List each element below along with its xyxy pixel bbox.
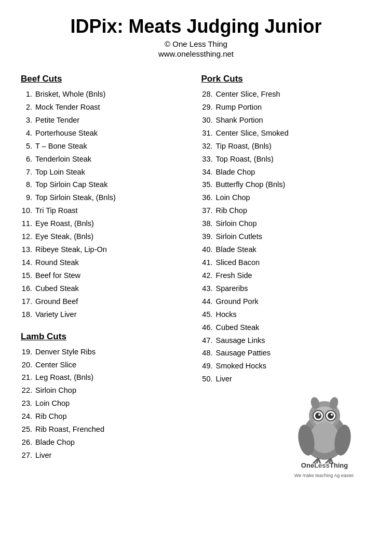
item-text: Denver Style Ribs	[35, 346, 191, 359]
item-number: 19.	[21, 346, 35, 359]
item-number: 9.	[21, 192, 35, 204]
list-item: 39.Sirloin Cutlets	[201, 231, 372, 243]
item-number: 17.	[21, 296, 35, 308]
item-text: Eye Steak, (Bnls)	[35, 231, 191, 243]
list-item: 35.Butterfly Chop (Bnls)	[201, 179, 372, 191]
item-number: 2.	[21, 101, 35, 114]
page-title: IDPix: Meats Judging Junior	[21, 16, 371, 37]
item-text: Mock Tender Roast	[35, 101, 191, 114]
item-number: 48.	[201, 347, 216, 360]
item-number: 15.	[21, 270, 35, 282]
item-text: Blade Chop	[216, 166, 372, 179]
item-number: 29.	[201, 101, 216, 114]
list-item: 18.Variety Liver	[21, 309, 191, 321]
list-item: 34.Blade Chop	[201, 166, 372, 179]
item-text: Tip Roast, (Bnls)	[216, 140, 372, 153]
item-number: 13.	[21, 244, 35, 256]
list-item: 16.Cubed Steak	[21, 283, 191, 295]
item-text: Liver	[35, 449, 191, 462]
list-item: 19.Denver Style Ribs	[21, 346, 191, 359]
item-text: Fresh Side	[216, 270, 372, 282]
list-item: 3.Petite Tender	[21, 114, 191, 127]
item-number: 23.	[21, 398, 35, 410]
list-item: 36.Loin Chop	[201, 192, 372, 204]
item-text: Sirloin Cutlets	[216, 231, 372, 243]
item-number: 44.	[201, 296, 216, 308]
item-text: Variety Liver	[35, 309, 191, 321]
svg-point-14	[310, 422, 339, 453]
list-item: 7.Top Loin Steak	[21, 166, 191, 179]
content-columns: Beef Cuts 1.Brisket, Whole (Bnls)2.Mock …	[21, 74, 371, 464]
item-text: Shank Portion	[216, 114, 372, 127]
item-text: Ground Beef	[35, 296, 191, 308]
item-number: 43.	[201, 283, 216, 295]
list-item: 22.Sirloin Chop	[21, 385, 191, 397]
pork-cuts-title: Pork Cuts	[201, 74, 372, 84]
item-number: 31.	[201, 127, 216, 140]
lamb-cuts-list: 19.Denver Style Ribs20.Center Slice21.Le…	[21, 346, 191, 462]
lamb-cuts-title: Lamb Cuts	[21, 332, 191, 342]
page-header: IDPix: Meats Judging Junior © One Less T…	[21, 16, 371, 58]
list-item: 28.Center Slice, Fresh	[201, 88, 372, 101]
list-item: 6.Tenderloin Steak	[21, 153, 191, 166]
item-text: Rump Portion	[216, 101, 372, 114]
item-text: Rib Chop	[35, 411, 191, 423]
svg-point-10	[328, 413, 334, 419]
item-text: Butterfly Chop (Bnls)	[216, 179, 372, 191]
list-item: 23.Loin Chop	[21, 398, 191, 410]
item-number: 38.	[201, 218, 216, 230]
list-item: 25.Rib Roast, Frenched	[21, 423, 191, 436]
item-text: Smoked Hocks	[216, 360, 372, 373]
item-number: 47.	[201, 335, 216, 347]
item-number: 30.	[201, 114, 216, 127]
list-item: 33.Top Roast, (Bnls)	[201, 153, 372, 166]
item-number: 35.	[201, 179, 216, 191]
list-item: 42.Fresh Side	[201, 270, 372, 282]
list-item: 47.Sausage Links	[201, 335, 372, 347]
beef-cuts-title: Beef Cuts	[21, 74, 191, 84]
item-text: Sirloin Chop	[35, 385, 191, 397]
list-item: 8.Top Sirloin Cap Steak	[21, 179, 191, 191]
item-text: Blade Steak	[216, 244, 372, 256]
item-number: 6.	[21, 153, 35, 166]
item-text: Loin Chop	[35, 398, 191, 410]
item-number: 33.	[201, 153, 216, 166]
list-item: 43.Spareribs	[201, 283, 372, 295]
item-text: Leg Roast, (Bnls)	[35, 372, 191, 384]
list-item: 1.Brisket, Whole (Bnls)	[21, 88, 191, 101]
item-text: Center Slice, Fresh	[216, 88, 372, 101]
list-item: 29.Rump Portion	[201, 101, 372, 114]
list-item: 11.Eye Roast, (Bnls)	[21, 218, 191, 230]
item-text: Beef for Stew	[35, 270, 191, 282]
item-number: 39.	[201, 231, 216, 243]
item-number: 5.	[21, 140, 35, 153]
item-number: 1.	[21, 88, 35, 101]
item-text: T – Bone Steak	[35, 140, 191, 153]
list-item: 24.Rib Chop	[21, 411, 191, 423]
item-text: Cubed Steak	[216, 322, 372, 334]
logo-tagline: We make teaching Ag easier.	[294, 473, 355, 478]
pork-cuts-list: 28.Center Slice, Fresh29.Rump Portion30.…	[201, 88, 372, 386]
item-number: 20.	[21, 359, 35, 372]
item-number: 21.	[21, 372, 35, 384]
item-number: 24.	[21, 411, 35, 423]
list-item: 20.Center Slice	[21, 359, 191, 372]
item-number: 28.	[201, 88, 216, 101]
list-item: 12.Eye Steak, (Bnls)	[21, 231, 191, 243]
item-text: Ribeye Steak, Lip-On	[35, 244, 191, 256]
item-text: Sirloin Chop	[216, 218, 372, 230]
item-number: 25.	[21, 423, 35, 436]
item-number: 12.	[21, 231, 35, 243]
svg-point-12	[331, 414, 333, 416]
item-number: 18.	[21, 309, 35, 321]
left-column: Beef Cuts 1.Brisket, Whole (Bnls)2.Mock …	[21, 74, 201, 462]
item-number: 22.	[21, 385, 35, 397]
item-number: 40.	[201, 244, 216, 256]
item-number: 50.	[201, 373, 216, 386]
list-item: 2.Mock Tender Roast	[21, 101, 191, 114]
list-item: 37.Rib Chop	[201, 205, 372, 217]
logo-brand: OneLessThing	[301, 461, 348, 469]
list-item: 14.Round Steak	[21, 257, 191, 269]
list-item: 10.Tri Tip Roast	[21, 205, 191, 217]
item-number: 16.	[21, 283, 35, 295]
